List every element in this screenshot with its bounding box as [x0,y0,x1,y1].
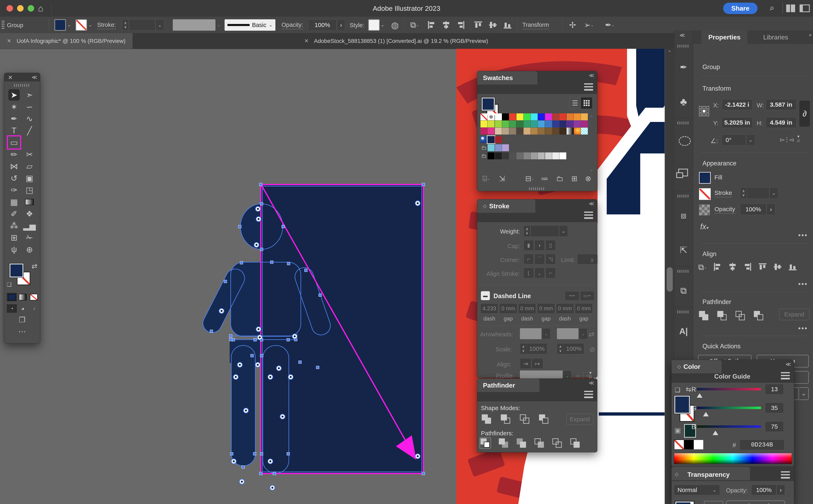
lasso-tool[interactable]: ∽ [24,101,35,113]
gradient-tool[interactable] [24,196,35,208]
stroke-chevron-icon[interactable]: ⌄ [88,22,92,28]
reference-point-grid[interactable] [699,106,709,116]
color-none-chip[interactable] [674,440,684,450]
appearance-stroke-swatch[interactable] [699,188,711,200]
limit-field[interactable] [577,254,598,264]
prop-align-top-icon[interactable] [758,262,767,272]
minus-back-icon[interactable] [570,438,580,449]
appearance-opacity-field[interactable]: 100% [740,204,766,215]
line-segment-tool[interactable]: ╱ [24,125,35,136]
anchor-point[interactable] [210,330,213,333]
profile-flip-along-icon[interactable]: ▼△ [589,371,592,378]
h-field[interactable]: 4.549 in [766,117,797,128]
dash-value-field[interactable]: 0 mm [499,303,517,314]
draw-behind-button[interactable]: ◕ [18,304,28,313]
brush-definition-select[interactable]: Basic ⌄ [225,19,275,31]
collapse-tools-icon[interactable]: ≪ [32,74,36,80]
live-corner-widget[interactable] [254,242,259,247]
dock-grip-3[interactable] [677,195,690,198]
appearance-opacity-label[interactable]: Opacity [714,206,735,214]
swatch[interactable] [567,113,574,120]
document-tab-active[interactable]: ✕ UofA Infographic* @ 100 % (RGB/Preview… [0,33,133,49]
arrow-tip-beyond-icon[interactable]: ⇥ [520,358,531,369]
collapse-pathfinder-icon[interactable]: ≪ [589,380,593,386]
swatch[interactable] [581,113,588,120]
prop-unite-icon[interactable] [698,310,709,321]
selection-tool[interactable]: ➤ [8,89,20,101]
free-transform-tool[interactable]: ▱ [24,161,35,172]
perspective-grid-tool[interactable]: ◳ [24,184,35,196]
color-white-chip[interactable] [693,440,704,450]
shaper-tool[interactable]: ✑ [8,184,20,196]
vscroll-thumb[interactable] [667,267,673,292]
live-corner-widget[interactable] [243,408,248,413]
align-icons-row[interactable]: ⧉⌄ [698,262,797,272]
trim-icon[interactable] [498,438,509,449]
align-hcenter-icon[interactable] [441,20,451,30]
swatch[interactable] [509,152,516,159]
dash-value-field[interactable]: 0 mm [575,303,593,314]
stroke-color-swatch[interactable] [76,19,87,31]
swatch[interactable] [552,121,559,127]
dash-value-field[interactable]: 0 mm [537,303,555,314]
symbols-panel-icon[interactable]: ♣ [677,96,690,108]
link-scales-icon[interactable]: ⊘ [589,345,595,353]
anchor-point[interactable] [299,361,301,364]
swatch[interactable] [488,121,495,127]
align-vcenter-icon[interactable] [488,20,498,30]
swatch[interactable] [538,121,545,127]
artboard-move-tool[interactable]: ▣ [24,173,35,184]
tab-libraries[interactable]: Libraries [758,30,793,44]
swatch[interactable] [488,128,495,135]
align-dash-icon[interactable]: ▭╍ [580,291,594,301]
swatch[interactable] [574,113,581,120]
appearance-stroke-label[interactable]: Stroke [714,189,732,197]
stroke-tab[interactable]: ◇Stroke [477,199,535,213]
selection-options-panel-icon[interactable] [679,136,691,146]
expand-dock-icon[interactable]: » [809,32,812,38]
collapse-color-icon[interactable]: ≪ [786,361,790,367]
swatch[interactable] [488,152,495,159]
dock-grip-2[interactable] [677,122,690,124]
transparency-thumbnail[interactable] [675,501,694,504]
new-swatch-icon[interactable]: ⊞ [569,174,580,183]
color-menu-icon[interactable] [781,372,790,379]
swatches-grid-view-icon[interactable] [581,97,592,109]
anchor-point[interactable] [240,261,243,264]
transparency-menu-icon[interactable] [781,471,790,479]
scroll-up-icon[interactable]: ⌃ [666,50,673,56]
swatch[interactable] [495,152,502,159]
anchor-point[interactable] [238,225,241,228]
live-corner-widget[interactable] [257,335,262,340]
close-tab-icon[interactable]: ✕ [7,38,11,44]
brushes-panel-icon[interactable]: ✒ [677,61,690,73]
align-bottom-icon[interactable] [503,20,512,30]
live-corner-widget[interactable] [276,366,281,371]
swatch[interactable] [509,121,516,127]
share-button[interactable]: Share [723,3,758,14]
anchor-point[interactable] [259,472,262,475]
anchor-point[interactable] [316,366,319,369]
weight-stepper[interactable]: ∧∨ [524,225,530,237]
live-corner-widget[interactable] [415,454,420,459]
b-value-field[interactable]: 75 [765,421,784,432]
swatch[interactable] [495,144,502,151]
color-fill-chip[interactable] [674,396,690,414]
close-tools-icon[interactable]: ✕ [8,74,13,81]
anchor-point[interactable] [230,452,233,455]
swatch-selected[interactable] [488,136,495,143]
divide-icon[interactable] [479,437,491,449]
rectangle-tool[interactable]: ▭ [8,137,20,148]
color-spectrum-bar[interactable] [674,453,792,464]
anchor-point[interactable] [224,280,227,283]
g-slider[interactable] [697,407,761,409]
draw-normal-button[interactable]: ◔ [7,304,17,313]
appearance-opacity-menu[interactable]: › [766,204,775,215]
swatch[interactable] [516,121,523,127]
align-stroke-inside-icon[interactable]: ⌞ [535,268,545,278]
live-corner-widget[interactable] [239,479,244,484]
prop-pathfinder-more-icon[interactable]: ••• [798,324,808,332]
pathfinder-tab[interactable]: Pathfinder [477,379,539,392]
hex-field[interactable]: 0D234B [740,440,784,450]
unite-icon[interactable] [481,414,492,425]
